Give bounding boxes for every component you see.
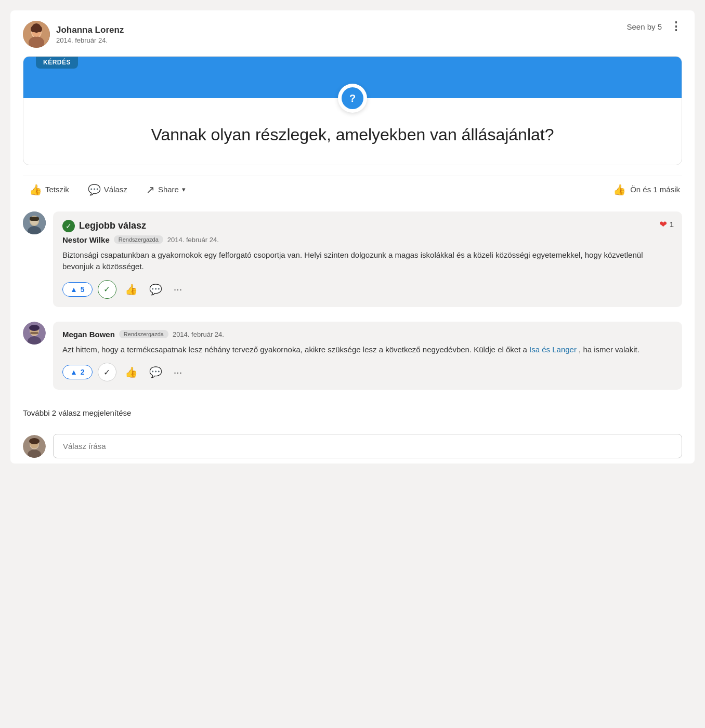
question-text: Vannak olyan részlegek, amelyekben van á… <box>44 124 661 146</box>
verified-button-reply2[interactable]: ✓ <box>98 363 116 381</box>
avatar-self <box>23 435 46 458</box>
like-small-reply2[interactable]: 👍 <box>122 364 141 380</box>
svg-rect-11 <box>30 217 39 221</box>
post-header-right: Seen by 5 ⋮ <box>626 21 682 32</box>
comment-small-reply2[interactable]: 💬 <box>146 364 165 380</box>
nestor-role: Rendszergazda <box>114 235 163 244</box>
question-card: KÉRDÉS ? Vannak olyan részlegek, amelyek… <box>23 56 682 165</box>
share-label: Share <box>158 185 179 194</box>
reply2-row: Megan Bowen Rendszergazda 2014. február … <box>23 322 682 398</box>
upvote-count-reply2: 2 <box>81 368 85 376</box>
action-left: 👍 Tetszik 💬 Válasz ↗ Share ▾ <box>25 180 190 199</box>
best-answer-header: ✓ Legjobb válasz <box>62 220 673 232</box>
more-options-button[interactable]: ⋮ <box>670 21 682 32</box>
more-small-reply2[interactable]: ··· <box>171 364 186 380</box>
svg-point-16 <box>29 325 40 331</box>
upvote-count-best: 5 <box>81 285 85 294</box>
svg-point-22 <box>29 438 40 444</box>
upvote-button-reply2[interactable]: ▲ 2 <box>62 365 93 379</box>
svg-rect-17 <box>30 332 38 334</box>
upvote-button-best[interactable]: ▲ 5 <box>62 282 93 297</box>
best-answer-actions: ▲ 5 ✓ 👍 💬 ··· <box>62 280 673 299</box>
replies-section: ✓ Legjobb válasz ❤ 1 Nestor Wilke Rendsz… <box>23 211 682 459</box>
comment-small-best[interactable]: 💬 <box>146 281 165 298</box>
user-info-johanna: Johanna Lorenz 2014. február 24. <box>56 25 124 44</box>
nestor-name: Nestor Wilke <box>62 235 110 244</box>
megan-role: Rendszergazda <box>119 330 168 338</box>
reply-input-row <box>23 434 682 458</box>
seen-by-label: Seen by 5 <box>626 22 662 31</box>
more-small-best[interactable]: ··· <box>171 281 186 297</box>
reply2-text: Azt hittem, hogy a termékcsapatnak lesz … <box>62 344 673 356</box>
reply2-user-info: Megan Bowen Rendszergazda 2014. február … <box>62 330 673 339</box>
reply-button[interactable]: 💬 Válasz <box>84 180 132 199</box>
action-bar: 👍 Tetszik 💬 Válasz ↗ Share ▾ 👍 Ön és 1 m… <box>23 176 682 206</box>
comment-icon: 💬 <box>88 183 101 196</box>
post-container: Johanna Lorenz 2014. február 24. Seen by… <box>10 10 695 464</box>
best-answer-card: ✓ Legjobb válasz ❤ 1 Nestor Wilke Rendsz… <box>53 211 682 307</box>
like-button[interactable]: 👍 Tetszik <box>25 180 73 199</box>
like-label: Tetszik <box>45 185 69 194</box>
reply2-actions: ▲ 2 ✓ 👍 💬 ··· <box>62 363 673 381</box>
show-more-button[interactable]: További 2 válasz megjelenítése <box>23 404 131 426</box>
reply2-text-part1: Azt hittem, hogy a termékcsapatnak lesz … <box>62 345 527 354</box>
best-answer-label: Legjobb válasz <box>79 220 146 231</box>
svg-point-6 <box>37 26 42 32</box>
best-answer-text: Biztonsági csapatunkban a gyakornokok eg… <box>62 249 673 273</box>
reply-label: Válasz <box>104 185 127 194</box>
avatar-johanna <box>23 21 50 48</box>
share-chevron-icon: ▾ <box>182 186 186 193</box>
heart-count: 1 <box>670 220 674 229</box>
heart-icon: ❤ <box>659 219 667 230</box>
avatar-nestor <box>23 211 46 234</box>
share-icon: ↗ <box>146 183 155 196</box>
post-date: 2014. február 24. <box>56 36 124 44</box>
best-answer-content: ✓ Legjobb válasz ❤ 1 Nestor Wilke Rendsz… <box>53 211 682 314</box>
post-header: Johanna Lorenz 2014. február 24. Seen by… <box>23 21 682 48</box>
author-name: Johanna Lorenz <box>56 25 124 35</box>
like-small-best[interactable]: 👍 <box>122 281 141 298</box>
post-header-left: Johanna Lorenz 2014. február 24. <box>23 21 124 48</box>
reply-input-field[interactable] <box>53 434 682 458</box>
liked-by-label: Ön és 1 másik <box>630 185 680 194</box>
best-answer-check-icon: ✓ <box>62 220 75 232</box>
svg-point-5 <box>31 26 36 32</box>
liked-thumbs-icon: 👍 <box>613 183 626 196</box>
nestor-date: 2014. február 24. <box>167 236 219 244</box>
best-answer-user-info: Nestor Wilke Rendszergazda 2014. február… <box>62 235 673 244</box>
best-answer-row: ✓ Legjobb válasz ❤ 1 Nestor Wilke Rendsz… <box>23 211 682 314</box>
heart-badge: ❤ 1 <box>659 219 674 230</box>
upvote-arrow-icon: ▲ <box>70 285 77 294</box>
share-button[interactable]: ↗ Share ▾ <box>142 180 190 199</box>
reply2-card: Megan Bowen Rendszergazda 2014. február … <box>53 322 682 390</box>
kerdés-badge: KÉRDÉS <box>36 56 78 69</box>
reply2-content: Megan Bowen Rendszergazda 2014. február … <box>53 322 682 398</box>
liked-by: 👍 Ön és 1 másik <box>613 183 680 196</box>
question-mark-icon: ? <box>349 92 356 104</box>
megan-name: Megan Bowen <box>62 330 115 339</box>
verified-button-best[interactable]: ✓ <box>98 280 116 299</box>
question-icon-wrapper: ? <box>338 84 367 113</box>
upvote-arrow-icon-r2: ▲ <box>70 368 77 376</box>
thumbs-up-icon: 👍 <box>29 183 42 196</box>
question-icon: ? <box>342 87 363 109</box>
question-header-band: ? <box>23 57 682 98</box>
reply2-text-link[interactable]: Isa és Langer <box>529 345 577 354</box>
reply2-text-part2: , ha ismer valakit. <box>579 345 639 354</box>
megan-date: 2014. február 24. <box>173 330 224 338</box>
avatar-megan <box>23 322 46 345</box>
